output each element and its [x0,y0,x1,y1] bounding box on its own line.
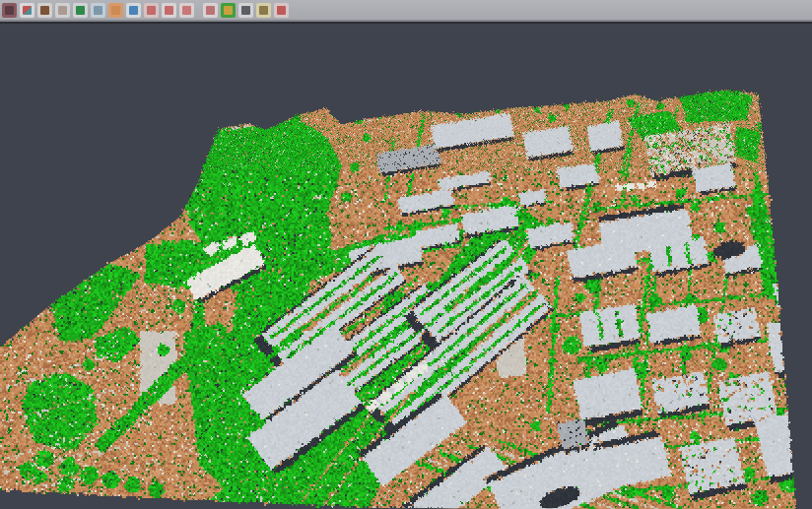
point-cloud-scene[interactable] [0,24,812,509]
texture-patch-icon[interactable] [2,3,17,18]
application-window [0,0,812,509]
sand-tool-icon[interactable] [256,3,271,18]
gear-ring-icon[interactable] [162,3,176,18]
terrain-mountain-icon[interactable] [37,3,52,18]
red-stripes-icon[interactable] [144,3,159,18]
dark-sphere-icon[interactable] [238,3,253,18]
sparse-points-icon[interactable] [55,3,70,18]
viewport-3d[interactable] [0,24,812,509]
classification-map-icon[interactable] [221,3,236,18]
crop-marks-icon[interactable] [179,3,194,18]
green-hill-icon[interactable] [73,3,88,18]
globe-icon[interactable] [126,3,141,18]
clipping-box-icon[interactable] [203,3,218,18]
scatter-points-icon[interactable] [20,3,34,18]
column-slice-icon[interactable] [91,3,105,18]
flag-stripes-icon[interactable] [274,3,289,18]
toolbar [0,0,812,22]
orange-square-icon[interactable] [108,3,123,18]
